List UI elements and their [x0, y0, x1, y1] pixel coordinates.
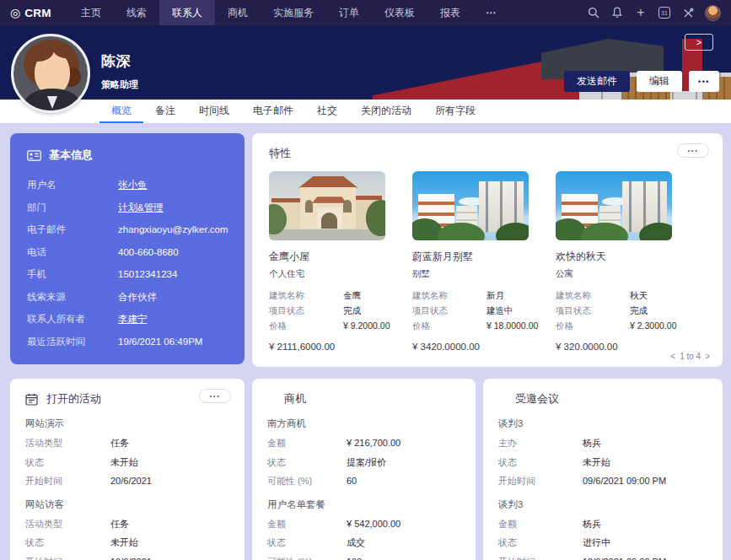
- field-value: 任务: [110, 514, 129, 534]
- meeting-name[interactable]: 谈判3: [498, 498, 707, 511]
- field-row: 开始时间 20/6/2021: [25, 471, 229, 491]
- field-value: 16/6/2021: [110, 552, 152, 560]
- crm-app: ◎ CRM 主页 线索 联系人 商机 实施服务 订单 仪表板 报表 ⋯: [0, 0, 731, 560]
- pagination-prev[interactable]: <: [669, 352, 676, 361]
- add-record-plus-icon[interactable]: +: [629, 0, 653, 25]
- property-name[interactable]: 金鹰小屋: [269, 250, 411, 264]
- tab-overview[interactable]: 概览: [99, 100, 143, 123]
- tab-closed-activities[interactable]: 关闭的活动: [349, 100, 423, 123]
- nav-more-button[interactable]: ⋯: [473, 0, 510, 25]
- field-label: 开始时间: [498, 552, 583, 560]
- user-avatar[interactable]: [705, 5, 721, 21]
- art-shape: [269, 229, 385, 240]
- field-row: 价格 ¥ 2.3000.00: [556, 318, 698, 333]
- field-label: 金额: [267, 514, 347, 534]
- nav-item-leads[interactable]: 线索: [114, 0, 159, 25]
- field-value[interactable]: 15012341234: [118, 263, 177, 286]
- tab-all-fields[interactable]: 所有字段: [423, 100, 487, 123]
- nav-item-deals[interactable]: 商机: [215, 0, 261, 25]
- field-label: 联系人所有者: [27, 308, 118, 331]
- nav-item-dashboard[interactable]: 仪表板: [372, 0, 427, 25]
- tools-settings-icon[interactable]: [676, 0, 700, 25]
- calendar-icon: [25, 393, 38, 406]
- tab-notes[interactable]: 备注: [143, 100, 187, 123]
- field-row: 项目状态 完成: [269, 303, 411, 318]
- field-row: 状态 未开始: [25, 453, 229, 472]
- property-total-price: ¥ 3420.0000.00: [412, 342, 555, 352]
- meeting-item: 谈判3 金额 杨兵 状态 进行中 开始时间 12/6/2021 09:09 PM: [498, 498, 707, 560]
- chevron-right-icon: >: [696, 37, 701, 47]
- field-value: 合作伙伴: [118, 286, 157, 309]
- field-row: 开始时间 16/6/2021: [25, 552, 229, 560]
- properties-more-button[interactable]: •••: [677, 143, 709, 158]
- panel-title: 打开的活动: [46, 391, 101, 407]
- next-record-button[interactable]: >: [685, 34, 713, 51]
- field-value: 杨兵: [583, 514, 601, 534]
- crm-logo[interactable]: ◎ CRM: [0, 0, 68, 25]
- field-value: 金鹰: [343, 288, 361, 303]
- nav-item-contacts[interactable]: 联系人: [159, 0, 215, 25]
- property-card[interactable]: 欢快的秋天 公寓 建筑名称 秋天 项目状态 完成 价格 ¥ 2.3000.00: [556, 171, 698, 352]
- activity-name[interactable]: 网站访客: [25, 498, 229, 511]
- property-total-price: ¥ 320.0000.00: [556, 342, 698, 352]
- property-card[interactable]: 蔚蓝新月别墅 别墅 建筑名称 新月 项目状态 建造中 价格 ¥ 18.0000: [412, 171, 555, 352]
- field-label: 部门: [27, 197, 118, 219]
- send-email-button[interactable]: 发送邮件: [564, 71, 630, 92]
- field-row: 线索来源 合作伙伴: [27, 286, 228, 309]
- property-card[interactable]: 金鹰小屋 个人住宅 建筑名称 金鹰 项目状态 完成 价格 ¥ 9.2000.0: [269, 171, 411, 352]
- nav-item-home[interactable]: 主页: [68, 0, 114, 25]
- field-row: 状态 提案/报价: [267, 453, 460, 472]
- nav-item-reports[interactable]: 报表: [427, 0, 473, 25]
- field-row: 金额 ¥ 216,700.00: [267, 433, 460, 453]
- contact-name: 陈深: [101, 51, 138, 71]
- field-row: 活动类型 任务: [25, 433, 229, 453]
- field-value: 建造中: [486, 303, 513, 318]
- property-image: [269, 171, 385, 240]
- field-value-link[interactable]: 计划&管理: [118, 197, 164, 219]
- pagination-next[interactable]: >: [704, 352, 711, 361]
- tab-timeline[interactable]: 时间线: [187, 100, 241, 123]
- field-value: 杨兵: [583, 433, 601, 453]
- meeting-name[interactable]: 谈判3: [498, 417, 707, 430]
- field-row: 建筑名称 秋天: [556, 288, 698, 303]
- panel-title: 受邀会议: [515, 391, 707, 407]
- page-content: 基本信息 用户名 张小鱼 部门 计划&管理 电子邮件 zhangxiaoyu@z…: [0, 123, 731, 560]
- open-activities-more-button[interactable]: •••: [199, 389, 231, 403]
- field-row: 状态 未开始: [498, 453, 707, 472]
- field-value-link[interactable]: 李建宁: [118, 308, 148, 331]
- field-value-link[interactable]: 张小鱼: [118, 174, 148, 197]
- art-shape: [438, 223, 484, 240]
- field-value: 未开始: [110, 533, 138, 552]
- activity-name[interactable]: 网站演示: [25, 417, 229, 430]
- nav-item-services[interactable]: 实施服务: [261, 0, 326, 25]
- field-row: 手机 15012341234: [27, 263, 228, 286]
- property-name[interactable]: 欢快的秋天: [556, 250, 698, 264]
- field-label: 项目状态: [269, 303, 343, 318]
- nav-item-orders[interactable]: 订单: [326, 0, 372, 25]
- field-value[interactable]: 400-660-8680: [118, 241, 179, 264]
- field-label: 金额: [498, 514, 583, 534]
- field-label: 电话: [27, 241, 118, 264]
- field-label: 价格: [556, 318, 630, 333]
- field-label: 建筑名称: [556, 288, 630, 303]
- field-value: 12/6/2021 09:09 PM: [583, 552, 666, 560]
- deal-name[interactable]: 南方商机: [267, 417, 460, 430]
- art-shape: [294, 176, 362, 188]
- header-more-button[interactable]: •••: [689, 71, 719, 92]
- notifications-bell-icon[interactable]: [605, 0, 629, 25]
- contact-avatar: [11, 34, 90, 113]
- property-name[interactable]: 蔚蓝新月别墅: [412, 250, 555, 264]
- deal-name[interactable]: 用户名单套餐: [267, 498, 460, 511]
- calendar-icon[interactable]: 31: [653, 0, 676, 25]
- field-label: 金额: [267, 433, 347, 453]
- tab-social[interactable]: 社交: [305, 100, 349, 123]
- field-value: 任务: [110, 433, 129, 453]
- meeting-item: 谈判3 主办 杨兵 状态 未开始 开始时间 09/6/2021 09:00 PM: [498, 417, 707, 491]
- edit-button[interactable]: 编辑: [637, 71, 682, 92]
- search-icon[interactable]: [582, 0, 605, 25]
- field-label: 建筑名称: [269, 288, 343, 303]
- field-value[interactable]: zhangxiaoyu@zylker.com: [118, 218, 228, 241]
- tab-emails[interactable]: 电子邮件: [241, 100, 305, 123]
- field-label: 可能性 (%): [267, 471, 347, 491]
- field-label: 状态: [267, 453, 347, 472]
